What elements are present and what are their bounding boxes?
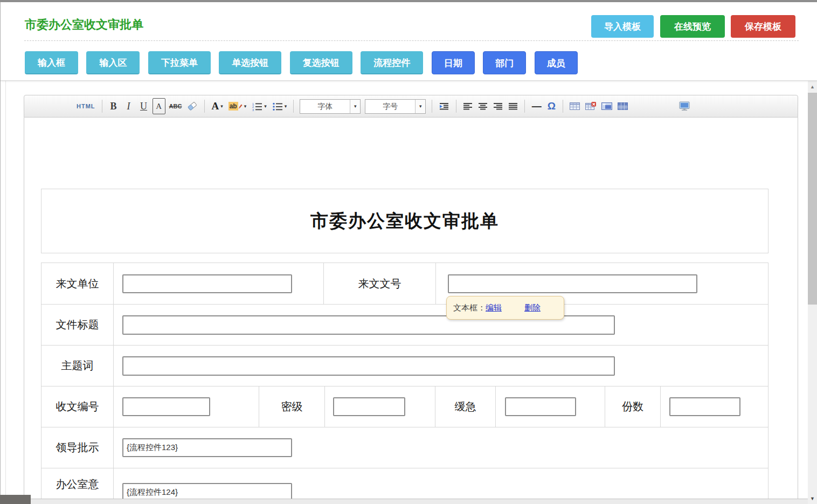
add-flow-control-button[interactable]: 流程控件 xyxy=(361,51,423,74)
font-color-glyph: A xyxy=(211,100,219,112)
underline-icon[interactable]: U xyxy=(137,98,150,114)
toolbar-separator xyxy=(524,100,525,113)
copies-input[interactable] xyxy=(669,397,740,416)
add-textarea-button[interactable]: 输入区 xyxy=(86,51,140,74)
toolbar-separator xyxy=(432,100,432,113)
table-cell xyxy=(113,346,768,386)
table-cell xyxy=(113,263,323,304)
document-number-input[interactable] xyxy=(448,274,697,293)
strikethrough-icon[interactable]: ABC xyxy=(168,98,184,114)
table-row: 收文编号 密级 缓急 份数 xyxy=(41,386,768,427)
font-attr-icon[interactable]: A xyxy=(153,98,165,114)
add-input-box-button[interactable]: 输入框 xyxy=(25,51,78,74)
chevron-down-icon: ▾ xyxy=(220,103,223,109)
highlight-glyph: ab xyxy=(229,102,238,111)
bottom-left-status-box xyxy=(0,495,31,504)
field-label: 份数 xyxy=(605,386,660,427)
table-cell xyxy=(113,386,259,427)
html-source-icon[interactable]: HTML xyxy=(75,98,97,114)
add-checkbox-button[interactable]: 复选按钮 xyxy=(290,51,352,74)
vertical-scrollbar[interactable]: ▲ ▼ xyxy=(808,81,817,504)
toolbar-separator xyxy=(102,100,102,113)
svg-text:3: 3 xyxy=(252,108,254,111)
toolbar-separator xyxy=(563,100,563,113)
receipt-number-input[interactable] xyxy=(122,397,210,416)
align-right-icon[interactable] xyxy=(491,98,504,114)
table-cell xyxy=(113,427,768,468)
fullscreen-icon[interactable] xyxy=(677,98,692,114)
delete-table-icon[interactable] xyxy=(584,98,598,114)
indent-icon[interactable] xyxy=(437,98,451,114)
table-cell xyxy=(660,386,768,427)
field-label: 缓急 xyxy=(435,386,495,427)
import-template-button[interactable]: 导入模板 xyxy=(591,15,654,38)
table-row: 来文单位 来文文号 xyxy=(41,263,768,304)
scroll-up-icon[interactable]: ▲ xyxy=(808,82,817,91)
chevron-down-icon: ▾ xyxy=(285,103,287,109)
table-cell xyxy=(495,386,605,427)
add-date-button[interactable]: 日期 xyxy=(432,51,475,74)
field-label: 密级 xyxy=(259,386,324,427)
table-row: 文件标题 xyxy=(41,304,768,345)
document-content: 市委办公室收文审批单 来文单位 来文文号 文件标题 xyxy=(41,189,768,504)
form-title: 市委办公室收文审批单 xyxy=(310,209,499,233)
horizontal-rule-icon[interactable]: — xyxy=(530,98,543,114)
add-department-button[interactable]: 部门 xyxy=(483,51,526,74)
table-properties-icon[interactable] xyxy=(600,98,614,114)
bold-icon[interactable]: B xyxy=(107,98,120,114)
security-level-input[interactable] xyxy=(333,397,405,416)
unordered-list-icon[interactable]: ▾ xyxy=(271,98,289,114)
font-family-label: 字体 xyxy=(300,100,350,113)
special-char-icon[interactable]: Ω xyxy=(545,98,558,114)
italic-icon[interactable]: I xyxy=(122,98,135,114)
online-preview-button[interactable]: 在线预览 xyxy=(660,15,725,38)
form-table: 来文单位 来文文号 文件标题 主题词 xyxy=(41,263,768,504)
align-center-icon[interactable] xyxy=(476,98,489,114)
insert-table-icon[interactable] xyxy=(568,98,581,114)
table-row: 主题词 xyxy=(41,345,768,386)
delete-field-link[interactable]: 删除 xyxy=(524,303,541,313)
font-size-label: 字号 xyxy=(365,100,415,113)
field-label: 主题词 xyxy=(41,346,113,386)
table-cells-icon[interactable] xyxy=(616,98,629,114)
save-template-button[interactable]: 保存模板 xyxy=(731,15,795,38)
highlight-color-icon[interactable]: ab▾ xyxy=(227,98,248,114)
font-family-select[interactable]: 字体 ▾ xyxy=(300,99,361,114)
toolbar-separator xyxy=(204,100,205,113)
urgency-input[interactable] xyxy=(505,397,576,416)
scroll-down-icon[interactable]: ▼ xyxy=(808,494,817,503)
chevron-down-icon: ▾ xyxy=(350,100,360,113)
header-dashed-divider xyxy=(24,40,799,41)
tooltip-label: 文本框： xyxy=(453,303,486,313)
align-justify-icon[interactable] xyxy=(507,98,520,114)
add-radio-button[interactable]: 单选按钮 xyxy=(219,51,281,74)
field-label: 来文文号 xyxy=(323,263,435,304)
source-unit-input[interactable] xyxy=(122,274,292,293)
editor-content-area[interactable]: 市委办公室收文审批单 来文单位 来文文号 文件标题 xyxy=(24,118,798,504)
font-color-icon[interactable]: A▾ xyxy=(210,98,224,114)
table-cell xyxy=(113,305,768,345)
chevron-down-icon: ▾ xyxy=(415,100,425,113)
eraser-icon[interactable] xyxy=(185,98,199,114)
add-dropdown-button[interactable]: 下拉菜单 xyxy=(148,51,211,74)
ordered-list-icon[interactable]: 123 ▾ xyxy=(250,98,268,114)
rich-text-editor: HTML B I U A ABC A▾ ab▾ 123 ▾ ▾ 字体 ▾ 字号 … xyxy=(24,95,798,504)
add-member-button[interactable]: 成员 xyxy=(535,51,578,74)
pencil-glyph xyxy=(238,103,243,109)
page-title: 市委办公室收文审批单 xyxy=(25,17,143,33)
header: 市委办公室收文审批单 导入模板 在线预览 保存模板 输入框 输入区 下拉菜单 单… xyxy=(1,2,817,81)
scrollbar-thumb[interactable] xyxy=(808,93,817,305)
editor-toolbar: HTML B I U A ABC A▾ ab▾ 123 ▾ ▾ 字体 ▾ 字号 … xyxy=(24,95,798,118)
align-left-icon[interactable] xyxy=(461,98,474,114)
edit-field-link[interactable]: 编辑 xyxy=(486,303,502,313)
bottom-edge-strip xyxy=(5,499,808,504)
font-size-select[interactable]: 字号 ▾ xyxy=(365,99,426,114)
table-row: 领导批示 xyxy=(41,427,768,468)
field-label: 文件标题 xyxy=(41,305,113,345)
field-label: 领导批示 xyxy=(41,427,113,468)
control-button-row: 输入框 输入区 下拉菜单 单选按钮 复选按钮 流程控件 日期 部门 成员 xyxy=(25,51,584,74)
field-action-tooltip: 文本框： 编辑 删除 xyxy=(446,296,564,320)
leader-instructions-input[interactable] xyxy=(122,438,292,457)
toolbar-separator xyxy=(456,100,456,113)
subject-words-input[interactable] xyxy=(122,356,615,376)
